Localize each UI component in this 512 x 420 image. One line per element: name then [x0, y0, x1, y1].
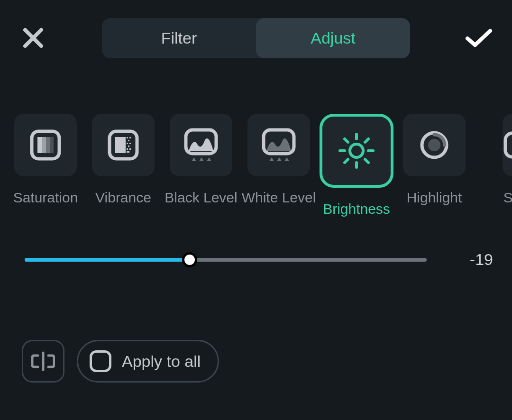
adjust-tile [170, 114, 232, 176]
apply-to-all-label: Apply to all [122, 352, 201, 371]
svg-line-32 [365, 139, 368, 142]
adjust-tile [14, 114, 77, 176]
adjust-brightness[interactable]: Brightness [325, 114, 388, 217]
vibrance-icon [107, 128, 140, 162]
svg-line-33 [345, 159, 348, 163]
adjustments-row[interactable]: Saturation Vibrance [0, 62, 512, 217]
bottom-row: Apply to all [0, 269, 512, 383]
adjust-tile [320, 114, 393, 188]
adjust-highlight[interactable]: Highlight [403, 114, 466, 217]
svg-rect-12 [128, 146, 129, 147]
slider-row: -19 [0, 217, 512, 269]
adjust-saturation[interactable]: Saturation [14, 114, 77, 217]
svg-marker-18 [192, 157, 196, 161]
adjust-white-level[interactable]: White Level [247, 114, 310, 217]
adjust-label: Saturation [13, 190, 78, 206]
svg-rect-14 [129, 148, 131, 150]
tab-filter[interactable]: Filter [102, 18, 256, 58]
apply-to-all-button[interactable]: Apply to all [77, 340, 219, 383]
adjust-shadow[interactable]: Sh [481, 114, 512, 217]
svg-rect-2 [42, 137, 46, 153]
slider-fill [25, 258, 190, 262]
svg-point-25 [350, 144, 363, 157]
svg-rect-36 [505, 133, 512, 157]
svg-rect-13 [127, 148, 128, 150]
svg-marker-19 [199, 157, 204, 161]
adjust-black-level[interactable]: Black Level [170, 114, 232, 217]
tab-adjust[interactable]: Adjust [256, 18, 410, 58]
adjust-vibrance[interactable]: Vibrance [92, 114, 155, 217]
white-level-icon [260, 127, 298, 163]
saturation-icon [29, 128, 62, 162]
svg-rect-4 [50, 137, 54, 153]
adjust-tile [403, 114, 466, 176]
confirm-button[interactable] [465, 24, 493, 52]
shadow-icon [503, 128, 512, 162]
svg-rect-9 [128, 140, 129, 141]
svg-rect-15 [128, 151, 129, 153]
header: Filter Adjust [0, 0, 512, 62]
adjust-label: Black Level [165, 190, 237, 206]
svg-rect-3 [46, 137, 50, 153]
tab-label: Adjust [311, 29, 356, 47]
adjust-label: Highlight [407, 190, 462, 206]
black-level-icon [182, 127, 220, 163]
adjust-tile [92, 114, 155, 176]
tab-label: Filter [161, 29, 197, 47]
svg-point-35 [428, 139, 440, 151]
svg-rect-8 [129, 137, 131, 138]
svg-marker-22 [269, 157, 274, 161]
svg-rect-7 [127, 137, 128, 138]
brightness-icon [335, 129, 378, 172]
adjust-label: Brightness [323, 201, 390, 217]
highlight-icon [418, 128, 451, 162]
close-icon [22, 27, 44, 49]
svg-rect-1 [37, 137, 42, 153]
check-icon [465, 27, 493, 49]
slider-value: -19 [455, 250, 493, 269]
compare-button[interactable] [22, 340, 64, 383]
adjust-tile [247, 114, 310, 176]
adjust-tile [503, 114, 512, 176]
svg-marker-20 [207, 157, 211, 161]
slider-thumb[interactable] [182, 252, 197, 267]
brightness-slider[interactable] [25, 253, 427, 267]
compare-icon [31, 351, 55, 372]
close-button[interactable] [19, 24, 47, 52]
apply-to-all-checkbox[interactable] [90, 350, 111, 372]
svg-rect-6 [115, 137, 126, 153]
adjust-label: Sh [503, 190, 512, 206]
svg-marker-24 [284, 157, 289, 161]
adjust-label: White Level [242, 190, 316, 206]
svg-marker-23 [277, 157, 282, 161]
svg-line-30 [345, 139, 348, 142]
tab-group: Filter Adjust [102, 18, 410, 58]
svg-rect-11 [129, 143, 131, 144]
svg-rect-16 [127, 151, 128, 153]
svg-line-31 [365, 159, 368, 163]
adjust-label: Vibrance [95, 190, 151, 206]
svg-rect-10 [127, 143, 128, 144]
